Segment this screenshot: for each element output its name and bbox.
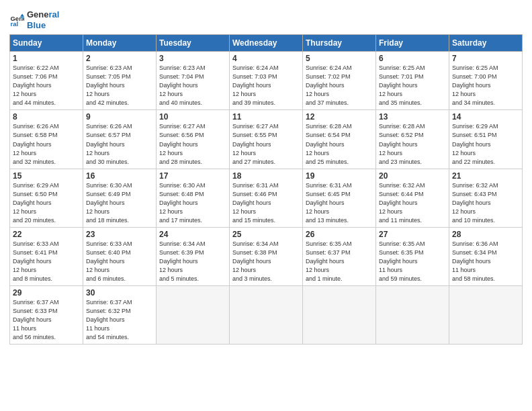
header: Gene ral General Blue [9,7,523,30]
day-info: Sunrise: 6:26 AMSunset: 6:58 PMDaylight … [13,122,80,166]
day-info: Sunrise: 6:37 AMSunset: 6:32 PMDaylight … [86,298,153,342]
day-number: 10 [159,112,226,122]
day-info: Sunrise: 6:26 AMSunset: 6:57 PMDaylight … [86,122,153,166]
day-info: Sunrise: 6:33 AMSunset: 6:40 PMDaylight … [86,240,153,283]
day-info: Sunrise: 6:34 AMSunset: 6:39 PMDaylight … [159,240,226,283]
day-header-sunday: Sunday [10,35,83,52]
calendar-day: 12Sunrise: 6:28 AMSunset: 6:54 PMDayligh… [303,110,376,169]
calendar-week-5: 29Sunrise: 6:37 AMSunset: 6:33 PMDayligh… [10,286,523,345]
calendar-week-2: 8Sunrise: 6:26 AMSunset: 6:58 PMDaylight… [10,110,523,169]
day-info: Sunrise: 6:32 AMSunset: 6:43 PMDaylight … [452,181,519,225]
calendar-day [376,286,449,345]
day-info: Sunrise: 6:36 AMSunset: 6:34 PMDaylight … [452,240,519,283]
calendar-day: 6Sunrise: 6:25 AMSunset: 7:01 PMDaylight… [376,52,449,110]
calendar-day: 15Sunrise: 6:29 AMSunset: 6:50 PMDayligh… [10,169,83,227]
day-number: 17 [159,171,226,181]
calendar-day: 1Sunrise: 6:22 AMSunset: 7:06 PMDaylight… [10,52,83,110]
day-header-saturday: Saturday [449,35,523,52]
day-number: 27 [379,230,446,239]
calendar-day: 17Sunrise: 6:30 AMSunset: 6:48 PMDayligh… [157,169,230,227]
day-number: 5 [306,54,373,63]
calendar-day [303,286,376,345]
day-info: Sunrise: 6:29 AMSunset: 6:50 PMDaylight … [13,181,80,225]
day-info: Sunrise: 6:30 AMSunset: 6:48 PMDaylight … [159,181,226,225]
calendar-header-row: SundayMondayTuesdayWednesdayThursdayFrid… [10,35,523,52]
calendar-day: 19Sunrise: 6:31 AMSunset: 6:45 PMDayligh… [303,169,376,227]
calendar-day: 14Sunrise: 6:29 AMSunset: 6:51 PMDayligh… [449,110,523,169]
day-info: Sunrise: 6:28 AMSunset: 6:52 PMDaylight … [379,122,446,166]
calendar-day [157,286,230,345]
svg-text:ral: ral [10,19,18,27]
calendar-week-3: 15Sunrise: 6:29 AMSunset: 6:50 PMDayligh… [10,169,523,227]
day-info: Sunrise: 6:35 AMSunset: 6:37 PMDaylight … [306,240,373,283]
day-number: 1 [13,54,80,63]
day-number: 21 [452,171,519,181]
logo-text: General Blue [27,9,59,30]
day-header-tuesday: Tuesday [157,35,230,52]
day-number: 6 [379,54,446,63]
calendar-day: 3Sunrise: 6:23 AMSunset: 7:04 PMDaylight… [157,52,230,110]
day-number: 12 [306,112,373,122]
calendar-day: 13Sunrise: 6:28 AMSunset: 6:52 PMDayligh… [376,110,449,169]
day-number: 19 [306,171,373,181]
day-info: Sunrise: 6:27 AMSunset: 6:56 PMDaylight … [159,122,226,166]
calendar-day: 21Sunrise: 6:32 AMSunset: 6:43 PMDayligh… [449,169,523,227]
calendar-day: 24Sunrise: 6:34 AMSunset: 6:39 PMDayligh… [157,227,230,285]
day-info: Sunrise: 6:30 AMSunset: 6:49 PMDaylight … [86,181,153,225]
calendar-day: 22Sunrise: 6:33 AMSunset: 6:41 PMDayligh… [10,227,83,285]
day-info: Sunrise: 6:31 AMSunset: 6:46 PMDaylight … [232,181,300,225]
calendar-day: 7Sunrise: 6:25 AMSunset: 7:00 PMDaylight… [449,52,523,110]
day-info: Sunrise: 6:32 AMSunset: 6:44 PMDaylight … [379,181,446,225]
day-number: 25 [232,230,300,239]
day-number: 20 [379,171,446,181]
day-number: 9 [86,112,153,122]
calendar-day [230,286,303,345]
day-header-wednesday: Wednesday [230,35,303,52]
day-info: Sunrise: 6:25 AMSunset: 7:01 PMDaylight … [379,64,446,107]
calendar-body: 1Sunrise: 6:22 AMSunset: 7:06 PMDaylight… [10,52,523,345]
day-number: 16 [86,171,153,181]
calendar-week-1: 1Sunrise: 6:22 AMSunset: 7:06 PMDaylight… [10,52,523,110]
calendar-day: 23Sunrise: 6:33 AMSunset: 6:40 PMDayligh… [83,227,157,285]
day-number: 4 [232,54,300,63]
calendar-day: 16Sunrise: 6:30 AMSunset: 6:49 PMDayligh… [83,169,157,227]
calendar-week-4: 22Sunrise: 6:33 AMSunset: 6:41 PMDayligh… [10,227,523,285]
day-info: Sunrise: 6:37 AMSunset: 6:33 PMDaylight … [13,298,80,342]
logo-icon: Gene ral [9,13,24,28]
day-number: 18 [232,171,300,181]
day-number: 28 [452,230,519,239]
calendar-day: 30Sunrise: 6:37 AMSunset: 6:32 PMDayligh… [83,286,157,345]
day-info: Sunrise: 6:31 AMSunset: 6:45 PMDaylight … [306,181,373,225]
calendar-day: 25Sunrise: 6:34 AMSunset: 6:38 PMDayligh… [230,227,303,285]
calendar: SundayMondayTuesdayWednesdayThursdayFrid… [9,34,523,345]
day-info: Sunrise: 6:29 AMSunset: 6:51 PMDaylight … [452,122,519,166]
calendar-day: 18Sunrise: 6:31 AMSunset: 6:46 PMDayligh… [230,169,303,227]
day-info: Sunrise: 6:23 AMSunset: 7:05 PMDaylight … [86,64,153,107]
day-info: Sunrise: 6:27 AMSunset: 6:55 PMDaylight … [232,122,300,166]
day-info: Sunrise: 6:35 AMSunset: 6:35 PMDaylight … [379,240,446,283]
calendar-day: 9Sunrise: 6:26 AMSunset: 6:57 PMDaylight… [83,110,157,169]
day-number: 26 [306,230,373,239]
day-header-thursday: Thursday [303,35,376,52]
day-info: Sunrise: 6:22 AMSunset: 7:06 PMDaylight … [13,64,80,107]
day-number: 2 [86,54,153,63]
day-header-friday: Friday [376,35,449,52]
day-info: Sunrise: 6:34 AMSunset: 6:38 PMDaylight … [232,240,300,283]
day-info: Sunrise: 6:25 AMSunset: 7:00 PMDaylight … [452,64,519,107]
calendar-day: 28Sunrise: 6:36 AMSunset: 6:34 PMDayligh… [449,227,523,285]
day-info: Sunrise: 6:24 AMSunset: 7:03 PMDaylight … [232,64,300,107]
calendar-day: 26Sunrise: 6:35 AMSunset: 6:37 PMDayligh… [303,227,376,285]
logo: Gene ral General Blue [9,9,59,30]
day-number: 11 [232,112,300,122]
day-info: Sunrise: 6:33 AMSunset: 6:41 PMDaylight … [13,240,80,283]
page-container: Gene ral General Blue SundayMondayTuesda… [0,0,532,349]
day-number: 13 [379,112,446,122]
day-info: Sunrise: 6:28 AMSunset: 6:54 PMDaylight … [306,122,373,166]
calendar-day: 4Sunrise: 6:24 AMSunset: 7:03 PMDaylight… [230,52,303,110]
calendar-day [449,286,523,345]
day-number: 7 [452,54,519,63]
day-number: 22 [13,230,80,239]
day-number: 30 [86,288,153,298]
day-number: 8 [13,112,80,122]
calendar-day: 27Sunrise: 6:35 AMSunset: 6:35 PMDayligh… [376,227,449,285]
